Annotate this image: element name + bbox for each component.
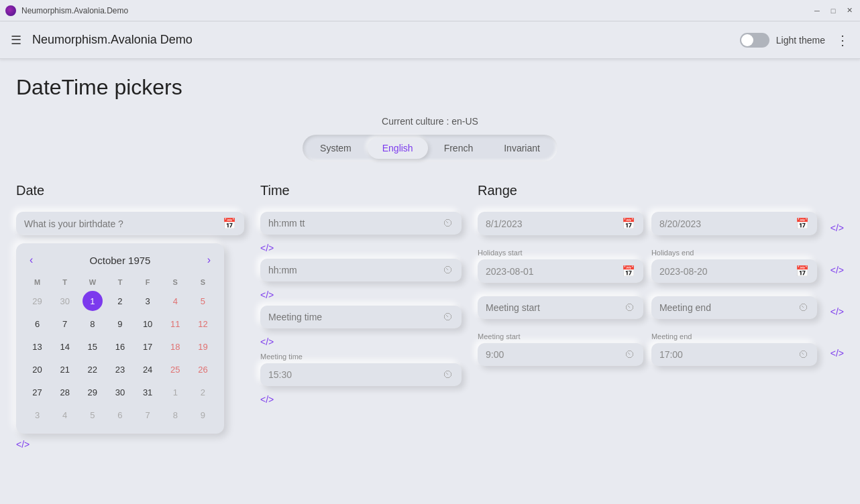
cal-day[interactable]: 3 — [138, 291, 158, 311]
clock-icon-meeting-start[interactable]: ⏲ — [625, 302, 635, 314]
meeting-time-value[interactable] — [268, 369, 443, 380]
cal-day[interactable]: 25 — [165, 359, 185, 379]
range-start-input[interactable] — [486, 218, 622, 229]
cal-day[interactable]: 13 — [28, 336, 48, 357]
cal-day[interactable]: 16 — [110, 336, 130, 357]
date-code-toggle[interactable]: </> — [16, 439, 244, 450]
meeting-time-label: Meeting time — [260, 353, 462, 361]
cal-day[interactable]: 2 — [193, 382, 213, 402]
meeting-end-placeholder-input[interactable] — [659, 302, 798, 313]
cal-day[interactable]: 12 — [193, 314, 213, 334]
tab-english[interactable]: English — [368, 137, 428, 159]
tab-system[interactable]: System — [305, 137, 366, 159]
menu-icon[interactable]: ☰ — [11, 33, 21, 48]
tab-invariant[interactable]: Invariant — [489, 137, 555, 159]
cal-day[interactable]: 10 — [138, 314, 158, 334]
cal-day[interactable]: 5 — [193, 291, 213, 311]
cal-day[interactable]: 6 — [110, 405, 130, 425]
cal-day[interactable]: 30 — [55, 291, 75, 311]
cal-day[interactable]: 19 — [193, 336, 213, 357]
cal-day[interactable]: 29 — [83, 382, 103, 402]
cal-day[interactable]: 4 — [55, 405, 75, 425]
range-code-toggle-1[interactable]: </> — [830, 223, 844, 233]
cal-day[interactable]: 23 — [110, 359, 130, 379]
cal-day[interactable]: 24 — [138, 359, 158, 379]
cal-day[interactable]: 9 — [193, 405, 213, 425]
cal-day[interactable]: 31 — [138, 382, 158, 402]
cal-day[interactable]: 21 — [55, 359, 75, 379]
range-code-toggle-4[interactable]: </> — [830, 348, 844, 359]
culture-label: Current culture : en-US — [382, 116, 478, 127]
minimize-button[interactable]: ─ — [812, 5, 822, 16]
calendar-icon-start[interactable]: 📅 — [622, 217, 635, 230]
clock-icon-end-time[interactable]: ⏲ — [798, 349, 809, 361]
meeting-start-time-input[interactable] — [486, 349, 625, 360]
calendar-icon-holidays-start[interactable]: 📅 — [622, 265, 635, 277]
cal-day[interactable]: 8 — [83, 314, 103, 334]
calendar-icon-holidays-end[interactable]: 📅 — [796, 265, 809, 277]
cal-day[interactable]: 1 — [165, 382, 185, 402]
app-title: Neumorphism.Avalonia Demo — [32, 33, 740, 47]
cal-day[interactable]: 9 — [110, 314, 130, 334]
code-icon: </> — [260, 243, 274, 253]
meeting-end-time-wrap: ⏲ — [651, 343, 817, 366]
theme-toggle[interactable] — [740, 33, 769, 48]
cal-day[interactable]: 22 — [83, 359, 103, 379]
calendar-icon-end[interactable]: 📅 — [796, 217, 809, 230]
clock-icon-start-time[interactable]: ⏲ — [625, 349, 635, 361]
time-input-1[interactable] — [268, 218, 443, 229]
cal-day[interactable]: 29 — [28, 291, 48, 311]
cal-day[interactable]: 27 — [28, 382, 48, 402]
time-code-toggle-3[interactable]: </> — [260, 336, 462, 347]
clock-icon-value[interactable]: ⏲ — [443, 369, 453, 381]
clock-icon-2[interactable]: ⏲ — [443, 264, 453, 276]
cal-day[interactable]: 20 — [28, 359, 48, 379]
time-input-2[interactable] — [268, 265, 443, 275]
cal-day[interactable]: 30 — [110, 382, 130, 402]
cal-day[interactable]: 7 — [138, 405, 158, 425]
range-end-input[interactable] — [659, 218, 796, 229]
meeting-end-time-input[interactable] — [659, 349, 798, 360]
calendar-icon[interactable]: 📅 — [223, 217, 236, 230]
time-code-toggle-1[interactable]: </> — [260, 243, 462, 253]
holidays-start-input[interactable] — [486, 266, 622, 277]
cal-day[interactable]: 3 — [28, 405, 48, 425]
cal-day[interactable]: 18 — [165, 336, 185, 357]
cal-day[interactable]: 7 — [55, 314, 75, 334]
cal-day[interactable]: 15 — [83, 336, 103, 357]
cal-day[interactable]: 2 — [110, 291, 130, 311]
cal-day[interactable]: 17 — [138, 336, 158, 357]
cal-day[interactable]: 5 — [83, 405, 103, 425]
tab-french[interactable]: French — [429, 137, 488, 159]
range-code-toggle-3[interactable]: </> — [830, 306, 844, 317]
clock-icon-meeting[interactable]: ⏲ — [443, 311, 453, 323]
cal-day[interactable]: 26 — [193, 359, 213, 379]
range-code-toggle-2[interactable]: </> — [830, 265, 844, 275]
cal-day[interactable]: 6 — [28, 314, 48, 334]
birthdate-input[interactable] — [24, 218, 223, 229]
close-button[interactable]: ✕ — [844, 5, 855, 16]
maximize-button[interactable]: □ — [828, 5, 839, 16]
meeting-time-value-wrap: ⏲ — [260, 363, 462, 386]
cal-day[interactable]: 14 — [55, 336, 75, 357]
more-icon[interactable]: ⋮ — [836, 32, 849, 48]
meeting-time-input[interactable] — [268, 312, 443, 322]
cal-day-selected[interactable]: 1 — [83, 291, 103, 311]
clock-icon-1[interactable]: ⏲ — [443, 217, 453, 229]
cal-day[interactable]: 11 — [165, 314, 185, 334]
cal-day[interactable]: 28 — [55, 382, 75, 402]
time-code-toggle-4[interactable]: </> — [260, 394, 462, 405]
cal-day[interactable]: 8 — [165, 405, 185, 425]
code-icon: </> — [260, 394, 274, 405]
next-month-button[interactable]: › — [202, 251, 216, 269]
holidays-end-input[interactable] — [659, 266, 796, 277]
time-code-toggle-2[interactable]: </> — [260, 290, 462, 300]
prev-month-button[interactable]: ‹ — [24, 251, 38, 269]
time-column: Time ⏲ </> ⏲ </> ⏲ </> — [260, 183, 462, 410]
cal-day[interactable]: 4 — [165, 291, 185, 311]
culture-tabs: System English French Invariant — [303, 135, 557, 162]
clock-icon-meeting-end[interactable]: ⏲ — [798, 302, 809, 314]
meeting-start-placeholder-input[interactable] — [486, 302, 625, 313]
meeting-time-input-wrap: ⏲ — [260, 306, 462, 328]
meeting-end-time-field: Meeting end ⏲ — [651, 332, 817, 374]
